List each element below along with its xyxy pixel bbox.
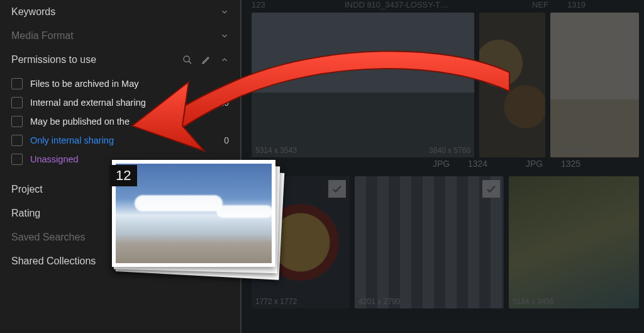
search-icon[interactable] [182,55,192,65]
permission-item[interactable]: Only internal sharing 0 [0,131,240,150]
asset-meta: 1325 [561,159,599,169]
permission-label: Files to be archived in May [30,79,209,89]
asset-label: 123 [252,0,340,10]
asset-label: 1319 [567,0,605,10]
selection-check-icon[interactable] [482,180,500,198]
asset-label: NEF [532,0,562,10]
asset-meta: 1324 [468,159,521,169]
checkbox[interactable] [11,97,23,108]
section-title: Permissions to use [11,54,96,65]
asset-dimensions: 1772 x 1772 [255,297,297,306]
selection-check-icon[interactable] [328,180,346,198]
chevron-down-icon [220,8,229,16]
edit-icon[interactable] [201,55,211,65]
asset-dimensions: 3840 x 5760 [429,146,470,155]
permission-item[interactable]: Internal and external sharing 10 [0,93,240,112]
section-title: Keywords [11,6,55,18]
asset-thumbnail[interactable]: 5314 x 35433840 x 5760 [252,13,474,157]
svg-point-0 [184,56,189,62]
section-title: Saved Searches [11,232,85,243]
asset-grid: 123INDD 810_3437-LOSSY-T…NEF1319 5314 x … [242,0,644,333]
permission-label: Internal and external sharing [30,98,209,108]
section-title: Shared Collections [11,256,96,267]
permissions-list: Files to be archived in May Internal and… [0,72,240,172]
asset-thumbnail[interactable] [479,13,545,157]
svg-line-1 [189,61,191,64]
checkbox[interactable] [11,116,23,127]
asset-dimensions: 4201 x 2790 [358,297,400,306]
drag-count-badge: 12 [109,165,137,186]
chevron-up-icon [220,55,229,64]
asset-meta: JPG [526,159,556,169]
permission-item[interactable]: Files to be archived in May [0,74,240,93]
section-keywords[interactable]: Keywords [0,0,240,24]
chevron-down-icon [220,31,229,40]
drag-thumbnail [116,164,272,263]
permission-label: May be published on the [30,116,209,127]
asset-dimensions: 5314 x 3543 [255,146,297,155]
section-title: Rating [11,208,40,219]
section-media-format[interactable]: Media Format [0,24,240,48]
drag-preview-stack[interactable]: 12 [112,160,282,279]
checkbox[interactable] [11,78,23,89]
section-permissions[interactable]: Permissions to use [0,48,240,72]
permission-item[interactable]: May be published on the [0,112,240,131]
permission-label: Only internal sharing [30,135,209,145]
asset-label: INDD 810_3437-LOSSY-T… [345,0,527,10]
section-title: Media Format [11,30,74,42]
asset-meta: JPG [433,159,463,169]
checkbox[interactable] [11,135,23,146]
asset-thumbnail[interactable]: 5184 x 3456 [509,176,639,308]
asset-thumbnail[interactable]: 4201 x 2790 [355,176,504,308]
section-title: Project [11,184,43,195]
permission-count: 0 [216,135,229,145]
asset-dimensions: 5184 x 3456 [513,297,554,306]
asset-thumbnail[interactable]: 5707 x 3805 [550,13,639,157]
checkbox[interactable] [11,154,23,165]
permission-count: 10 [216,98,229,108]
asset-dimensions: 5707 x 3805 [554,146,596,155]
